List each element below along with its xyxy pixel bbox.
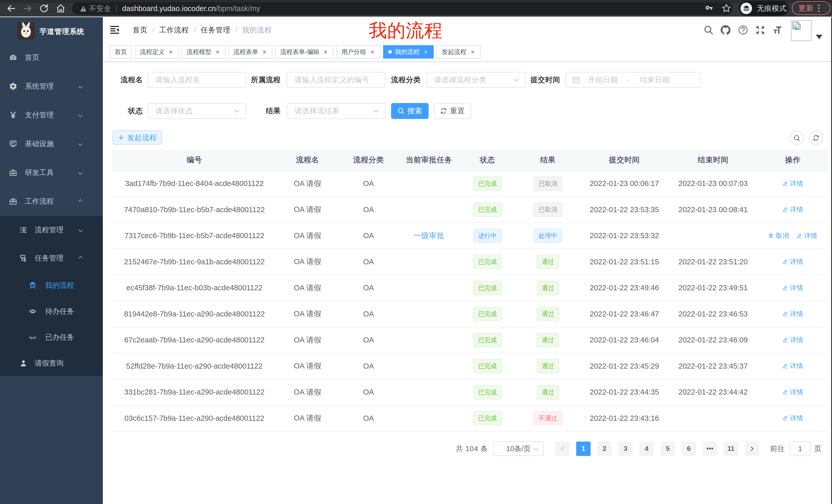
- detail-button[interactable]: 详情: [782, 257, 803, 266]
- page-button-3[interactable]: 3: [618, 442, 633, 456]
- detail-button[interactable]: 详情: [782, 362, 803, 370]
- toggle-search-button[interactable]: [789, 131, 804, 145]
- close-icon[interactable]: [324, 50, 328, 54]
- page-ellipsis[interactable]: •••: [703, 442, 717, 456]
- cell-category: OA: [338, 353, 399, 380]
- cell-category: OA: [338, 223, 399, 249]
- placeholder: 请输入流程名: [156, 75, 200, 85]
- sidebar-item-devtools[interactable]: 研发工具: [0, 158, 103, 187]
- detail-button[interactable]: 详情: [797, 231, 817, 240]
- tab-process-model[interactable]: 流程模型: [182, 45, 226, 59]
- breadcrumb-home[interactable]: 首页: [133, 25, 148, 35]
- tab-process-form[interactable]: 流程表单: [228, 45, 272, 59]
- sidebar-item-task-mgmt[interactable]: 任务管理: [0, 244, 103, 272]
- sidebar-item-todo-tasks[interactable]: 待办任务: [0, 298, 103, 324]
- close-icon[interactable]: [424, 50, 428, 54]
- password-key-icon[interactable]: [705, 4, 713, 11]
- end-date-placeholder[interactable]: 结束日期: [640, 75, 670, 85]
- plus-icon: [118, 134, 125, 141]
- magnifier-icon: [793, 134, 800, 142]
- page-button-1[interactable]: 1: [576, 442, 591, 456]
- start-date-placeholder[interactable]: 开始日期: [588, 75, 618, 85]
- table-row: 2152467e-7b9b-11ec-9a1b-acde48001122OA 请…: [112, 249, 828, 275]
- cell-category: OA: [338, 275, 399, 301]
- submit-time-range[interactable]: 开始日期 - 结束日期: [566, 72, 701, 88]
- sidebar-item-process-mgmt[interactable]: 流程管理: [0, 216, 103, 244]
- close-icon[interactable]: [216, 50, 219, 54]
- page-button-11[interactable]: 11: [724, 442, 738, 456]
- col-actions: 操作: [757, 150, 828, 171]
- status-badge: 已完成: [473, 255, 502, 269]
- detail-button[interactable]: 详情: [782, 310, 803, 318]
- github-icon[interactable]: [720, 25, 731, 35]
- close-icon[interactable]: [262, 50, 266, 54]
- avatar[interactable]: [791, 20, 812, 41]
- tab-process-form-edit[interactable]: 流程表单-编辑: [275, 45, 334, 59]
- page-size-select[interactable]: 10条/页: [493, 441, 544, 456]
- breadcrumb-workflow[interactable]: 工作流程: [159, 25, 189, 35]
- browser-menu-kebab-icon[interactable]: [818, 4, 820, 12]
- tab-start-process[interactable]: 发起流程: [437, 45, 480, 59]
- edit-pencil-icon: [782, 181, 788, 186]
- incognito-badge: 无痕模式: [739, 1, 788, 16]
- sidebar-item-home[interactable]: 首页: [0, 43, 103, 72]
- create-process-button[interactable]: 发起流程: [113, 131, 162, 145]
- tab-process-def[interactable]: 流程定义: [135, 45, 179, 59]
- sidebar-item-infra[interactable]: 基础设施: [0, 130, 103, 158]
- detail-button[interactable]: 详情: [782, 205, 803, 214]
- detail-button[interactable]: 详情: [782, 336, 803, 344]
- close-icon[interactable]: [169, 50, 173, 54]
- detail-button[interactable]: 详情: [782, 284, 803, 292]
- task-link[interactable]: 一级审批: [414, 231, 445, 240]
- col-category: 流程分类: [338, 150, 399, 171]
- page-button-2[interactable]: 2: [597, 442, 612, 456]
- action-label: 详情: [790, 362, 803, 370]
- cell-id: 7470a810-7b9b-11ec-b5b7-acde48001122: [112, 197, 277, 223]
- address-bar[interactable]: 不安全 dashboard.yudao.iocoder.cn/bpm/task/…: [72, 2, 732, 15]
- sidebar-item-workflow[interactable]: 工作流程: [0, 187, 103, 216]
- result-badge: 已取消: [534, 176, 562, 191]
- refresh-table-button[interactable]: [809, 131, 823, 145]
- close-icon[interactable]: [471, 50, 475, 54]
- cell-category: OA: [338, 405, 399, 431]
- tab-my-process[interactable]: 我的流程: [383, 45, 434, 59]
- sidebar-logo[interactable]: 芋道管理系统: [0, 17, 103, 46]
- detail-button[interactable]: 详情: [782, 414, 803, 422]
- goto-page-input[interactable]: 1: [789, 441, 811, 456]
- header-search-icon[interactable]: [703, 25, 714, 35]
- result-select[interactable]: 请选择流结果: [287, 103, 386, 119]
- font-size-icon[interactable]: [773, 25, 783, 35]
- sidebar-item-my-process[interactable]: 我的流程: [0, 272, 103, 298]
- prev-page-button[interactable]: [555, 442, 570, 456]
- sidebar-item-leave-query[interactable]: 请假查询: [0, 350, 103, 376]
- page-button-4[interactable]: 4: [640, 442, 654, 456]
- next-page-button[interactable]: [745, 442, 759, 456]
- browser-home-icon[interactable]: [55, 3, 66, 13]
- page-button-5[interactable]: 5: [660, 442, 675, 456]
- cancel-button[interactable]: 取消: [768, 231, 789, 240]
- help-icon[interactable]: [738, 25, 748, 35]
- tab-user-group[interactable]: 用户分组: [336, 45, 380, 59]
- cell-id: 67c2eaab-7b9a-11ec-a290-acde48001122: [112, 327, 277, 353]
- browser-reload-icon[interactable]: [39, 3, 49, 13]
- tab-home[interactable]: 首页: [110, 45, 132, 59]
- eye-icon: [29, 307, 36, 315]
- search-button[interactable]: 搜索: [391, 103, 428, 119]
- browser-back-icon[interactable]: [6, 3, 17, 13]
- browser-forward-icon[interactable]: [22, 3, 33, 13]
- detail-button[interactable]: 详情: [782, 179, 803, 188]
- caret-down-icon[interactable]: [816, 35, 823, 39]
- page-button-6[interactable]: 6: [682, 442, 696, 456]
- fullscreen-icon[interactable]: [755, 25, 765, 35]
- sidebar-item-done-tasks[interactable]: 已办任务: [0, 324, 103, 350]
- cell-result: 通过: [516, 301, 580, 327]
- sidebar-toggle-icon[interactable]: [110, 26, 119, 34]
- cell-actions: 详情: [757, 301, 828, 327]
- sidebar: 芋道管理系统 首页 系统管理 支付管理 基础设施: [0, 17, 103, 504]
- reset-button[interactable]: 重置: [434, 103, 471, 119]
- browser-update-button[interactable]: 更新: [792, 1, 830, 15]
- close-icon[interactable]: [370, 50, 374, 54]
- bookmark-star-icon[interactable]: [722, 3, 731, 13]
- detail-button[interactable]: 详情: [782, 388, 803, 396]
- breadcrumb-task-mgmt[interactable]: 任务管理: [201, 25, 230, 35]
